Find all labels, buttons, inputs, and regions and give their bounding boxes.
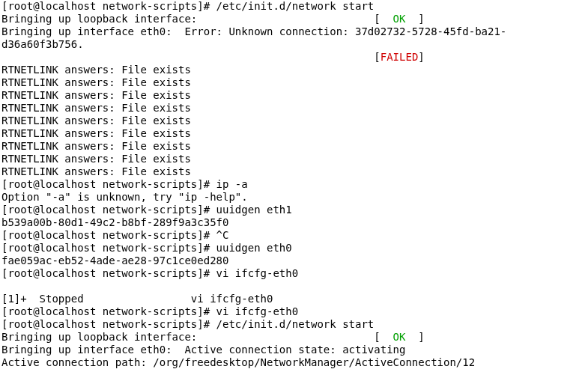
status-ok: OK (393, 331, 406, 343)
status-pad (1, 51, 374, 63)
prompt: [root@localhost network-scripts]# (1, 242, 216, 254)
terminal-output[interactable]: [root@localhost network-scripts]# /etc/i… (0, 0, 588, 369)
output-line: RTNETLINK answers: File exists (1, 153, 191, 165)
output-line: Bringing up loopback interface: (1, 331, 374, 343)
command-text: /etc/init.d/network start (216, 318, 375, 330)
output-line: Bringing up loopback interface: (1, 13, 374, 25)
output-line: fae059ac-eb52-4ade-ae28-97c1ce0ed280 (1, 254, 228, 266)
output-line: b539a00b-80d1-49c2-b8bf-289f9a3c35f0 (1, 216, 228, 228)
prompt: [root@localhost network-scripts]# (1, 204, 216, 216)
bracket: [ (374, 331, 392, 343)
command-text: uuidgen eth0 (216, 242, 292, 254)
bracket: [ (374, 51, 380, 63)
bracket: ] (418, 51, 424, 63)
output-line: RTNETLINK answers: File exists (1, 102, 191, 114)
output-line: Bringing up interface eth0: Active conne… (1, 344, 405, 356)
command-text: vi ifcfg-eth0 (216, 267, 299, 279)
bracket: ] (405, 331, 424, 343)
command-text: ip -a (216, 178, 248, 190)
output-line: RTNETLINK answers: File exists (1, 89, 191, 101)
prompt: [root@localhost network-scripts]# (1, 318, 216, 330)
output-line: RTNETLINK answers: File exists (1, 140, 191, 152)
output-line: RTNETLINK answers: File exists (1, 127, 191, 139)
prompt: [root@localhost network-scripts]# (1, 305, 216, 317)
prompt: [root@localhost network-scripts]# (1, 0, 216, 12)
output-line: [1]+ Stopped vi ifcfg-eth0 (1, 293, 273, 305)
command-text: vi ifcfg-eth0 (216, 305, 299, 317)
command-text: /etc/init.d/network start (216, 0, 375, 12)
status-failed: FAILED (381, 51, 419, 63)
output-line: Option "-a" is unknown, try "ip -help". (1, 191, 248, 203)
output-line: RTNETLINK answers: File exists (1, 165, 191, 177)
command-text: uuidgen eth1 (216, 204, 292, 216)
bracket: [ (374, 13, 392, 25)
output-line: Active connection path: /org/freedesktop… (1, 356, 475, 368)
output-line: RTNETLINK answers: File exists (1, 64, 191, 76)
status-ok: OK (393, 13, 406, 25)
output-line: Bringing up interface eth0: Error: Unkno… (1, 25, 506, 37)
output-line: RTNETLINK answers: File exists (1, 76, 191, 88)
prompt: [root@localhost network-scripts]# (1, 229, 216, 241)
output-line: d36a60f3b756. (1, 38, 84, 50)
prompt: [root@localhost network-scripts]# (1, 267, 216, 279)
bracket: ] (405, 13, 424, 25)
command-text: ^C (216, 229, 229, 241)
output-line: RTNETLINK answers: File exists (1, 115, 191, 127)
prompt: [root@localhost network-scripts]# (1, 178, 216, 190)
